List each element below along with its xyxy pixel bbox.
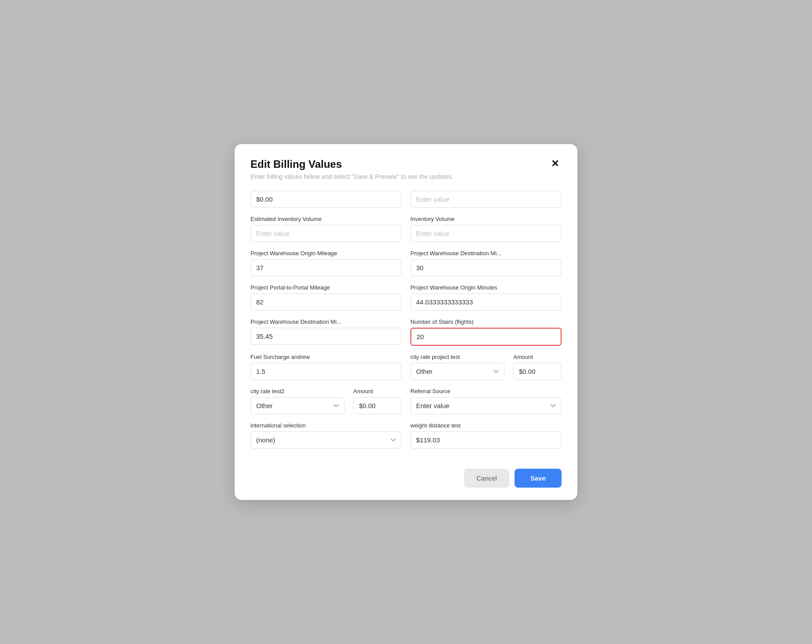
- modal-overlay: Edit Billing Values ✕ Enter billing valu…: [0, 0, 812, 644]
- form-col-city-rate-test2: city rate test2 Other Amount: [250, 388, 402, 414]
- origin-mileage-label: Project Warehouse Origin Mileage: [250, 250, 402, 257]
- form-col-top-left: [250, 191, 402, 208]
- edit-billing-values-modal: Edit Billing Values ✕ Enter billing valu…: [235, 144, 577, 500]
- city-rate-project-amount-label: Amount: [513, 354, 562, 360]
- city-rate-project-select[interactable]: Other: [410, 363, 504, 380]
- city-rate-test2-select-wrapper: Other: [250, 397, 344, 414]
- city-rate-project-select-col: city rate project test Other: [410, 354, 504, 380]
- form-row-city-rate-test2-referral: city rate test2 Other Amount: [250, 388, 562, 414]
- form-row-dest-mi2-stairs: Project Warehouse Destination Mi... Numb…: [250, 318, 562, 346]
- form-col-origin-minutes: Project Warehouse Origin Minutes: [410, 284, 562, 311]
- city-rate-test2-select-col: city rate test2 Other: [250, 388, 344, 414]
- international-label: international selection: [250, 422, 402, 429]
- form-col-portal-mileage: Project Portal-to-Portal Mileage: [250, 284, 402, 311]
- modal-title: Edit Billing Values: [250, 158, 342, 170]
- stairs-label: Number of Stairs (flights): [410, 318, 562, 325]
- cancel-button[interactable]: Cancel: [464, 469, 509, 488]
- city-rate-project-amount-col: Amount: [513, 354, 562, 380]
- portal-mileage-input[interactable]: [250, 293, 402, 311]
- form-col-weight-distance: weight distance test: [410, 422, 562, 449]
- form-col-international: international selection (none): [250, 422, 402, 449]
- origin-minutes-input[interactable]: [410, 293, 562, 311]
- city-rate-test2-group: city rate test2 Other Amount: [250, 388, 402, 414]
- inventory-volume-input[interactable]: [410, 225, 562, 242]
- international-select-wrapper: (none): [250, 431, 402, 449]
- inventory-volume-label: Inventory Volume: [410, 216, 562, 222]
- modal-body: Estimated Inventory Volume Inventory Vol…: [235, 184, 577, 460]
- form-row-inventory: Estimated Inventory Volume Inventory Vol…: [250, 216, 562, 242]
- form-col-referral-source: Referral Source Enter value: [410, 388, 562, 414]
- city-rate-test2-select[interactable]: Other: [250, 397, 344, 414]
- weight-distance-label: weight distance test: [410, 422, 562, 429]
- form-col-destination-mi: Project Warehouse Destination Mi...: [410, 250, 562, 276]
- destination-mi-input[interactable]: [410, 259, 562, 276]
- dest-mi2-label: Project Warehouse Destination Mi...: [250, 318, 402, 325]
- modal-header: Edit Billing Values ✕ Enter billing valu…: [235, 144, 577, 184]
- referral-source-select-wrapper: Enter value: [410, 397, 562, 414]
- referral-source-select[interactable]: Enter value: [410, 397, 562, 414]
- city-rate-project-select-wrapper: Other: [410, 363, 504, 380]
- destination-mi-label: Project Warehouse Destination Mi...: [410, 250, 562, 257]
- stairs-input[interactable]: [410, 328, 562, 346]
- form-col-stairs: Number of Stairs (flights): [410, 318, 562, 346]
- city-rate-test2-amount-label: Amount: [353, 388, 402, 394]
- estimated-inventory-input[interactable]: [250, 225, 402, 242]
- origin-minutes-label: Project Warehouse Origin Minutes: [410, 284, 562, 291]
- form-col-city-rate-project: city rate project test Other Amount: [410, 354, 562, 380]
- top-right-input[interactable]: [410, 191, 562, 208]
- weight-distance-input[interactable]: [410, 431, 562, 449]
- referral-source-label: Referral Source: [410, 388, 562, 394]
- close-button[interactable]: ✕: [548, 158, 562, 170]
- form-col-top-right: [410, 191, 562, 208]
- form-col-inventory-volume: Inventory Volume: [410, 216, 562, 242]
- dest-mi2-input[interactable]: [250, 328, 402, 345]
- city-rate-project-amount-input[interactable]: [513, 363, 562, 380]
- modal-footer: Cancel Save: [235, 460, 577, 500]
- form-col-origin-mileage: Project Warehouse Origin Mileage: [250, 250, 402, 276]
- city-rate-test2-amount-col: Amount: [353, 388, 402, 414]
- form-row-portal-mileage: Project Portal-to-Portal Mileage Project…: [250, 284, 562, 311]
- form-row-international-weight: international selection (none) weight di…: [250, 422, 562, 449]
- form-row-fuel-city-rate: Fuel Surcharge andrew city rate project …: [250, 354, 562, 380]
- estimated-inventory-label: Estimated Inventory Volume: [250, 216, 402, 222]
- form-col-dest-mi2: Project Warehouse Destination Mi...: [250, 318, 402, 346]
- international-select[interactable]: (none): [250, 431, 402, 449]
- origin-mileage-input[interactable]: [250, 259, 402, 276]
- portal-mileage-label: Project Portal-to-Portal Mileage: [250, 284, 402, 291]
- top-left-input[interactable]: [250, 191, 402, 208]
- city-rate-test2-amount-input[interactable]: [353, 397, 402, 414]
- form-row-top: [250, 191, 562, 208]
- form-row-mileage-1: Project Warehouse Origin Mileage Project…: [250, 250, 562, 276]
- modal-subtitle: Enter billing values below and select "S…: [250, 173, 562, 180]
- city-rate-test2-label: city rate test2: [250, 388, 344, 394]
- save-button[interactable]: Save: [515, 469, 562, 488]
- fuel-surcharge-input[interactable]: [250, 363, 402, 380]
- city-rate-project-group: city rate project test Other Amount: [410, 354, 562, 380]
- form-col-estimated-inventory: Estimated Inventory Volume: [250, 216, 402, 242]
- form-col-fuel-surcharge: Fuel Surcharge andrew: [250, 354, 402, 380]
- city-rate-project-label: city rate project test: [410, 354, 504, 360]
- fuel-surcharge-label: Fuel Surcharge andrew: [250, 354, 402, 360]
